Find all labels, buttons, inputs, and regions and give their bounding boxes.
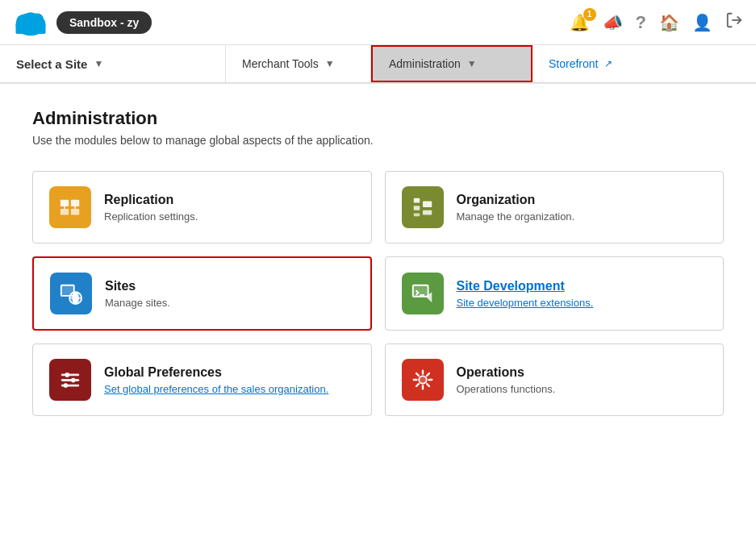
merchant-tools-dropdown[interactable]: Merchant Tools ▼ [226, 45, 371, 82]
logout-icon[interactable] [725, 11, 743, 33]
nav-bar: Select a Site ▼ Merchant Tools ▼ Adminis… [0, 45, 756, 84]
svg-point-3 [25, 12, 36, 22]
global-preferences-icon [49, 359, 91, 401]
storefront-link[interactable]: Storefront ↗ [533, 45, 629, 82]
home-icon[interactable]: 🏠 [659, 13, 679, 32]
site-development-text: Site DevelopmentSite development extensi… [457, 279, 708, 309]
site-development-desc[interactable]: Site development extensions. [457, 297, 708, 309]
page-title: Administration [32, 108, 724, 129]
organization-text: OrganizationManage the organization. [457, 193, 708, 223]
operations-desc: Operations functions. [457, 383, 708, 395]
svg-point-29 [64, 383, 69, 388]
svg-rect-4 [16, 23, 46, 33]
main-content: Administration Use the modules below to … [0, 84, 756, 440]
svg-rect-16 [423, 210, 432, 215]
administration-label: Administration [389, 57, 461, 70]
svg-rect-15 [423, 202, 432, 208]
sites-desc: Manage sites. [105, 297, 354, 309]
select-site-chevron-icon: ▼ [94, 58, 103, 69]
svg-rect-6 [61, 200, 69, 206]
svg-point-30 [419, 376, 426, 383]
card-organization[interactable]: OrganizationManage the organization. [385, 171, 725, 244]
operations-text: OperationsOperations functions. [457, 365, 708, 395]
notification-badge: 1 [583, 8, 596, 21]
person-icon[interactable]: 👤 [692, 13, 712, 32]
card-site-development[interactable]: Site DevelopmentSite development extensi… [385, 256, 725, 331]
salesforce-logo [13, 5, 48, 40]
administration-chevron-icon: ▼ [467, 58, 477, 69]
sites-title: Sites [105, 279, 354, 293]
megaphone-icon[interactable]: 📣 [603, 13, 623, 32]
svg-point-28 [71, 378, 76, 383]
svg-point-27 [65, 373, 69, 377]
card-operations[interactable]: OperationsOperations functions. [385, 343, 725, 416]
svg-rect-25 [61, 379, 80, 381]
svg-rect-14 [413, 214, 420, 217]
help-icon[interactable]: ? [636, 12, 646, 33]
sandbox-badge: Sandbox - zy [56, 11, 152, 34]
organization-icon [402, 186, 444, 228]
merchant-tools-chevron-icon: ▼ [325, 58, 335, 69]
page-subtitle: Use the modules below to manage global a… [32, 134, 724, 147]
card-sites[interactable]: SitesManage sites. [32, 256, 372, 331]
select-site-dropdown[interactable]: Select a Site ▼ [0, 45, 226, 82]
sites-icon [50, 273, 92, 314]
global-preferences-title: Global Preferences [104, 365, 355, 380]
svg-rect-7 [61, 209, 69, 215]
svg-rect-13 [413, 206, 420, 210]
organization-desc: Manage the organization. [457, 210, 708, 223]
storefront-label: Storefront [549, 57, 598, 70]
svg-rect-8 [71, 200, 79, 206]
sites-text: SitesManage sites. [105, 279, 354, 309]
replication-desc: Replication settings. [104, 210, 355, 223]
card-replication[interactable]: ReplicationReplication settings. [32, 171, 372, 244]
global-preferences-desc[interactable]: Set global preferences of the sales orga… [104, 383, 355, 395]
operations-icon [402, 359, 444, 401]
organization-title: Organization [457, 193, 708, 207]
external-link-icon: ↗ [604, 58, 612, 69]
notification-bell-icon[interactable]: 🔔 1 [570, 13, 590, 32]
top-bar: Sandbox - zy 🔔 1 📣 ? 🏠 👤 [0, 0, 756, 45]
svg-rect-9 [71, 209, 79, 215]
card-global-preferences[interactable]: Global PreferencesSet global preferences… [32, 343, 372, 416]
site-development-icon [402, 273, 444, 314]
merchant-tools-label: Merchant Tools [242, 57, 319, 70]
replication-title: Replication [104, 193, 355, 207]
select-site-label: Select a Site [16, 57, 87, 71]
svg-rect-24 [61, 374, 80, 377]
administration-dropdown[interactable]: Administration ▼ [371, 45, 533, 82]
replication-text: ReplicationReplication settings. [104, 193, 355, 223]
site-development-title[interactable]: Site Development [457, 279, 708, 293]
global-preferences-text: Global PreferencesSet global preferences… [104, 365, 355, 395]
cards-grid: ReplicationReplication settings.Organiza… [32, 171, 724, 416]
operations-title: Operations [457, 365, 708, 380]
replication-icon [49, 186, 91, 228]
svg-point-21 [73, 292, 79, 304]
logo-area: Sandbox - zy [13, 5, 152, 40]
top-icons: 🔔 1 📣 ? 🏠 👤 [570, 11, 743, 33]
svg-rect-12 [413, 198, 420, 203]
